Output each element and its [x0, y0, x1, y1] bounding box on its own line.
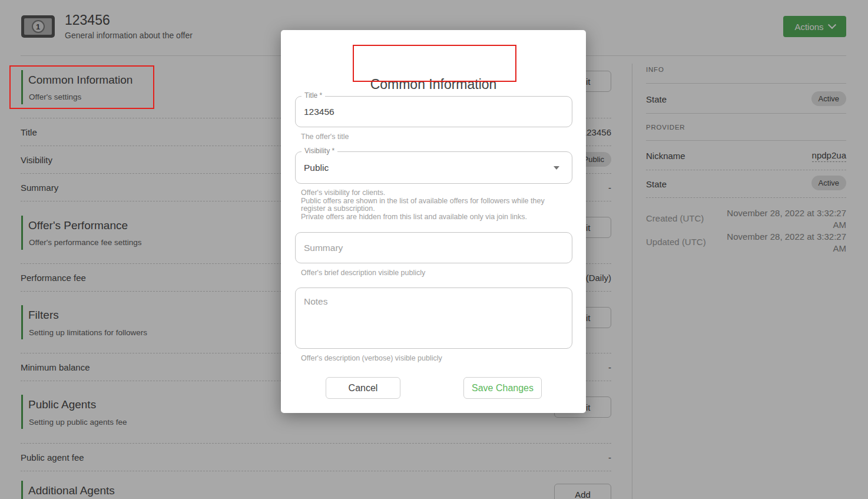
visibility-helper-line: register a subscription.: [301, 205, 545, 213]
summary-field[interactable]: [295, 232, 572, 263]
summary-helper-text: Offer's brief description visible public…: [301, 269, 425, 277]
visibility-helper-line: Public offers are shown in the list of a…: [301, 197, 545, 206]
visibility-helper-text: Offer's visibility for clients. Public o…: [301, 189, 545, 221]
title-input[interactable]: [296, 97, 572, 127]
title-field[interactable]: Title *: [295, 96, 572, 127]
notes-field[interactable]: [295, 287, 572, 349]
save-changes-button[interactable]: Save Changes: [463, 377, 542, 399]
notes-textarea[interactable]: [296, 288, 572, 348]
notes-helper-text: Offer's description (verbose) visible pu…: [301, 355, 442, 363]
title-helper-text: The offer's title: [301, 133, 349, 141]
dropdown-caret-icon: [554, 166, 559, 170]
summary-input[interactable]: [296, 233, 572, 263]
annotation-box-common-information-section: [9, 65, 154, 109]
common-information-modal: Common Information Offer's settings Titl…: [281, 30, 586, 413]
visibility-selected-value: Public: [304, 152, 329, 183]
cancel-button[interactable]: Cancel: [326, 377, 400, 399]
visibility-helper-line: Private offers are hidden from this list…: [301, 213, 545, 222]
visibility-helper-line: Offer's visibility for clients.: [301, 189, 545, 197]
annotation-box-modal-title: [353, 45, 516, 82]
visibility-select[interactable]: Visibility * Public: [295, 151, 572, 184]
